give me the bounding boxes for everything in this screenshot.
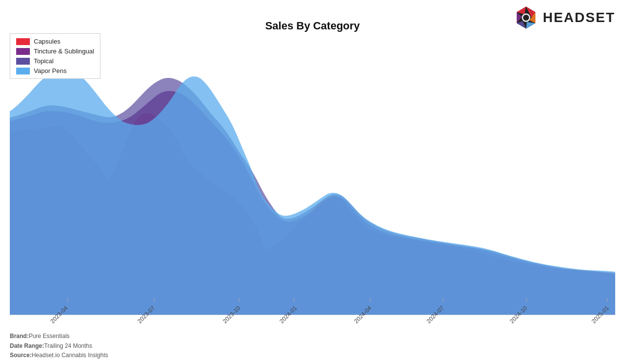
brand-label: Brand:	[10, 333, 29, 340]
chart-container: HEADSET Sales By Category Capsules Tinct…	[0, 0, 625, 364]
footer-brand: Brand:Pure Essentials	[10, 332, 108, 341]
legend-item-capsules: Capsules	[16, 38, 94, 45]
vapor-area	[10, 69, 615, 315]
legend-swatch-tincture	[16, 48, 30, 55]
source-value: Headset.io Cannabis Insights	[32, 352, 108, 359]
legend-swatch-topical	[16, 58, 30, 65]
legend-item-vapor: Vapor Pens	[16, 67, 94, 74]
legend: Capsules Tincture & Sublingual Topical V…	[10, 33, 100, 79]
date-label: Date Range:	[10, 342, 44, 349]
date-value: Trailing 24 Months	[44, 342, 92, 349]
footer-date: Date Range:Trailing 24 Months	[10, 341, 108, 351]
legend-item-topical: Topical	[16, 57, 94, 65]
legend-swatch-vapor	[16, 68, 30, 74]
chart-area	[10, 33, 615, 315]
legend-label-vapor: Vapor Pens	[34, 67, 67, 74]
chart-title: Sales By Category	[0, 20, 625, 32]
legend-label-topical: Topical	[34, 57, 53, 65]
legend-label-capsules: Capsules	[34, 38, 60, 45]
chart-svg	[10, 33, 615, 315]
legend-label-tincture: Tincture & Sublingual	[34, 48, 94, 55]
brand-value: Pure Essentials	[29, 333, 70, 340]
footer-source: Source:Headset.io Cannabis Insights	[10, 351, 108, 360]
chart-footer: Brand:Pure Essentials Date Range:Trailin…	[10, 332, 108, 360]
legend-item-tincture: Tincture & Sublingual	[16, 48, 94, 55]
source-label: Source:	[10, 352, 32, 359]
legend-swatch-capsules	[16, 38, 30, 45]
